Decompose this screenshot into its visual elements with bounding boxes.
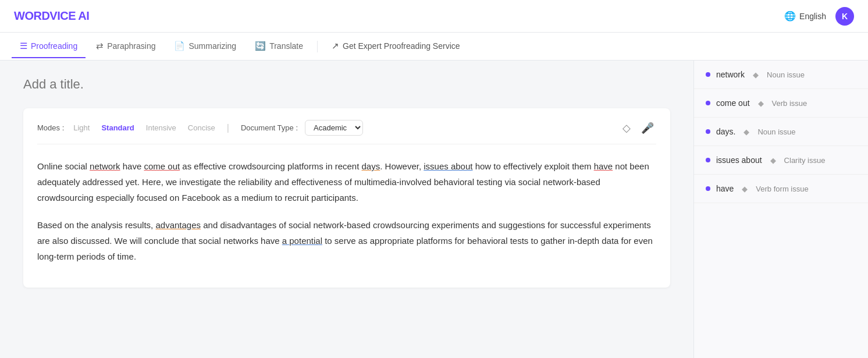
- modes-label: Modes :: [37, 123, 64, 132]
- globe-icon: 🌐: [784, 10, 796, 22]
- issue-type: Noun issue: [767, 70, 805, 79]
- mode-standard-button[interactable]: Standard: [97, 121, 138, 134]
- issue-word: have: [716, 184, 734, 193]
- issue-item-come-out[interactable]: come out ◆ Verb issue: [694, 89, 868, 118]
- issue-have[interactable]: have: [594, 161, 613, 171]
- paraphrasing-icon: ⇄: [96, 41, 104, 51]
- external-link-icon: ↗: [332, 41, 339, 51]
- issue-type: Noun issue: [757, 127, 795, 136]
- issue-dot: [706, 72, 710, 77]
- issue-dot: [706, 186, 710, 191]
- logo: WORDVICE AI: [14, 9, 89, 23]
- mode-intensive-button[interactable]: Intensive: [141, 121, 181, 134]
- logo-text: WORDVICE AI: [14, 9, 89, 22]
- issue-sep: ◆: [770, 156, 776, 165]
- issue-days[interactable]: days: [362, 161, 380, 171]
- nav-item-expert[interactable]: ↗ Get Expert Proofreading Service: [323, 35, 468, 58]
- mode-concise-button[interactable]: Concise: [183, 121, 220, 134]
- nav-label-proofreading: Proofreading: [31, 41, 77, 51]
- doc-type-select[interactable]: Academic General Business Medical Legal: [305, 120, 363, 136]
- language-label: English: [799, 12, 826, 21]
- text-content: Online social network have come out as e…: [37, 158, 656, 264]
- language-selector[interactable]: 🌐 English: [784, 10, 826, 22]
- issue-word: network: [716, 70, 745, 79]
- nav-item-paraphrasing[interactable]: ⇄ Paraphrasing: [88, 35, 163, 58]
- issue-come-out[interactable]: come out: [144, 161, 180, 171]
- issue-sep: ◆: [744, 127, 749, 136]
- main-area: Modes : Light Standard Intensive Concise…: [0, 61, 868, 358]
- mic-icon-button[interactable]: 🎤: [639, 120, 656, 136]
- modes-separator: |: [227, 123, 229, 133]
- issue-type: Verb form issue: [756, 185, 808, 193]
- mode-light-button[interactable]: Light: [69, 121, 94, 134]
- nav-item-translate[interactable]: 🔄 Translate: [247, 35, 311, 58]
- issue-item-have[interactable]: have ◆ Verb form issue: [694, 175, 868, 203]
- nav-label-expert: Get Expert Proofreading Service: [343, 41, 460, 51]
- navbar: ☰ Proofreading ⇄ Paraphrasing 📄 Summariz…: [0, 33, 868, 61]
- issue-word: issues about: [716, 155, 762, 165]
- translate-icon: 🔄: [255, 41, 266, 51]
- issue-potential[interactable]: a potential: [282, 236, 322, 246]
- summarizing-icon: 📄: [174, 41, 185, 51]
- issue-network[interactable]: network: [90, 161, 120, 171]
- paragraph-2: Based on the analysis results, advantage…: [37, 217, 656, 264]
- issue-item-network[interactable]: network ◆ Noun issue: [694, 61, 868, 89]
- issue-sep: ◆: [742, 185, 748, 193]
- nav-label-translate: Translate: [269, 41, 303, 51]
- toolbar-icons: ◇ 🎤: [620, 120, 656, 136]
- avatar-letter: K: [842, 12, 848, 21]
- issue-advantages[interactable]: advantages: [155, 220, 201, 230]
- diamond-icon-button[interactable]: ◇: [620, 120, 633, 136]
- issue-dot: [706, 101, 710, 105]
- issue-sep: ◆: [753, 70, 759, 79]
- issue-dot: [706, 158, 710, 162]
- modes-bar: Modes : Light Standard Intensive Concise…: [37, 120, 656, 144]
- proofreading-icon: ☰: [20, 41, 27, 51]
- issue-type: Clarity issue: [784, 156, 826, 165]
- nav-item-summarizing[interactable]: 📄 Summarizing: [166, 35, 244, 58]
- issue-sep: ◆: [758, 99, 764, 108]
- issue-dot: [706, 129, 710, 134]
- header-right: 🌐 English K: [784, 7, 854, 26]
- nav-label-summarizing: Summarizing: [188, 41, 236, 51]
- issue-type: Verb issue: [772, 99, 807, 108]
- paragraph-1: Online social network have come out as e…: [37, 158, 656, 205]
- issues-sidebar: network ◆ Noun issue come out ◆ Verb iss…: [693, 61, 868, 358]
- nav-label-paraphrasing: Paraphrasing: [107, 41, 155, 51]
- editor-area: Modes : Light Standard Intensive Concise…: [0, 61, 693, 358]
- header: WORDVICE AI 🌐 English K: [0, 0, 868, 33]
- doc-type-label: Document Type :: [241, 123, 298, 132]
- issue-word: days.: [716, 127, 735, 136]
- editor-card: Modes : Light Standard Intensive Concise…: [23, 108, 670, 288]
- avatar[interactable]: K: [835, 7, 854, 26]
- title-input[interactable]: [23, 72, 670, 97]
- issue-item-days[interactable]: days. ◆ Noun issue: [694, 118, 868, 146]
- issue-issues-about[interactable]: issues about: [424, 161, 472, 171]
- nav-item-proofreading[interactable]: ☰ Proofreading: [12, 35, 86, 58]
- issue-item-issues-about[interactable]: issues about ◆ Clarity issue: [694, 146, 868, 175]
- nav-divider: [317, 41, 318, 52]
- issue-word: come out: [716, 98, 750, 108]
